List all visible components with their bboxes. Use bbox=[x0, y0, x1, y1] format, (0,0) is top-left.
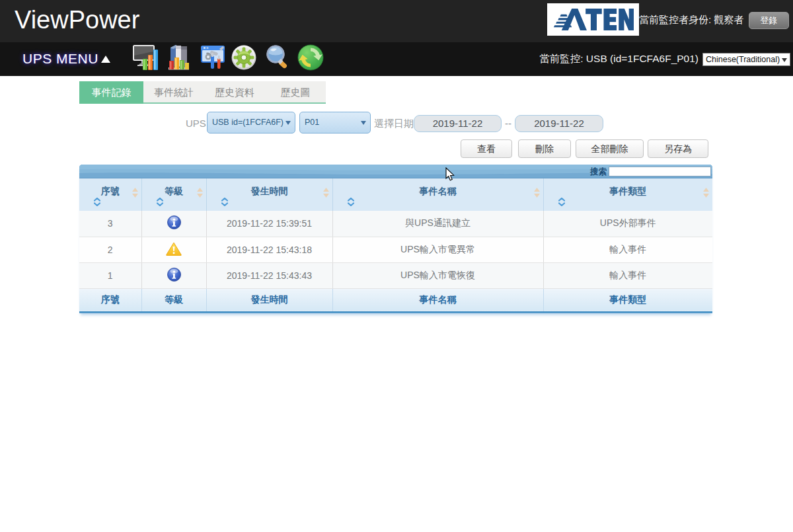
event-no: 3 bbox=[79, 211, 141, 237]
tab-history-chart[interactable]: 歷史圖 bbox=[265, 81, 326, 104]
column-header-4[interactable]: 事件名稱 bbox=[332, 178, 543, 211]
column-header-5[interactable]: 事件類型 bbox=[543, 178, 712, 211]
table-footer: 序號等級發生時間事件名稱事件類型 bbox=[79, 288, 712, 312]
port-select-value: P01 bbox=[305, 118, 319, 127]
column-filter-sort-icon[interactable] bbox=[157, 198, 163, 206]
event-type: UPS外部事件 bbox=[543, 211, 712, 237]
top-bar: ViewPower 當前監控者身份: 觀察者 登錄 bbox=[0, 0, 793, 42]
footer-column-4: 事件名稱 bbox=[332, 288, 543, 312]
date-to-input[interactable]: 2019-11-22 bbox=[515, 115, 603, 132]
column-header-2[interactable]: 等級 bbox=[141, 178, 206, 211]
column-header-label: 發生時間 bbox=[251, 186, 288, 196]
event-row-1[interactable]: 12019-11-22 15:43:43UPS輸入市電恢復輸入事件 bbox=[79, 262, 712, 288]
search-input[interactable] bbox=[609, 167, 711, 176]
event-level bbox=[141, 237, 206, 262]
column-header-label: 序號 bbox=[101, 186, 120, 196]
table-header: 序號等級發生時間事件名稱事件類型 bbox=[79, 178, 712, 211]
ups-menu-label: UPS MENU bbox=[22, 51, 98, 67]
select-arrow-icon bbox=[782, 58, 787, 62]
ups-select[interactable]: USB id=(1FCFA6F) bbox=[207, 112, 295, 133]
port-select[interactable]: P01 bbox=[299, 112, 371, 133]
table-title-bar: 搜索 bbox=[79, 165, 712, 178]
monitor-identity-label: 當前監控者身份: 觀察者 bbox=[639, 0, 743, 42]
date-from-input[interactable]: 2019-11-22 bbox=[414, 115, 502, 132]
delete-all-button[interactable]: 全部刪除 bbox=[576, 139, 644, 158]
select-arrow-icon bbox=[285, 121, 291, 125]
aten-logo bbox=[547, 3, 639, 36]
gear-icon[interactable] bbox=[231, 45, 256, 70]
view-button[interactable]: 查看 bbox=[461, 139, 512, 158]
language-select[interactable]: Chinese(Traditional) bbox=[702, 53, 790, 66]
settings-tools-icon[interactable] bbox=[200, 44, 226, 71]
event-type: 輸入事件 bbox=[543, 262, 712, 288]
select-arrow-icon bbox=[361, 121, 366, 125]
column-filter-sort-icon[interactable] bbox=[221, 198, 228, 206]
event-time: 2019-11-22 15:39:51 bbox=[206, 211, 332, 237]
column-sort-icon bbox=[197, 188, 203, 198]
event-level bbox=[141, 211, 206, 237]
footer-column-1: 序號 bbox=[79, 288, 141, 312]
monitor-status-icon[interactable] bbox=[132, 44, 159, 71]
ups-label: UPS bbox=[186, 118, 206, 129]
tab-history-data[interactable]: 歷史資料 bbox=[204, 81, 265, 104]
column-sort-icon bbox=[132, 188, 138, 198]
warning-level-icon bbox=[166, 242, 182, 256]
event-name: UPS輸入市電恢復 bbox=[332, 262, 543, 288]
app-title: ViewPower bbox=[15, 6, 139, 34]
tab-event-statistics[interactable]: 事件統計 bbox=[143, 81, 204, 104]
tab-event-log[interactable]: 事件記錄 bbox=[79, 81, 143, 104]
event-no: 1 bbox=[79, 262, 141, 288]
search-label: 搜索 bbox=[590, 167, 607, 178]
save-as-button[interactable]: 另存為 bbox=[648, 139, 708, 158]
column-sort-icon bbox=[323, 188, 329, 198]
column-sort-icon bbox=[534, 188, 540, 198]
column-filter-sort-icon[interactable] bbox=[558, 198, 565, 206]
column-sort-icon bbox=[703, 188, 709, 198]
ups-menu-button[interactable]: UPS MENU bbox=[22, 51, 110, 67]
event-level bbox=[141, 262, 206, 288]
info-level-icon bbox=[167, 215, 181, 229]
tab-strip: 事件記錄 事件統計 歷史資料 歷史圖 bbox=[79, 81, 326, 104]
info-level-icon bbox=[167, 268, 181, 282]
date-separator: -- bbox=[505, 118, 511, 129]
menu-collapse-triangle-icon bbox=[101, 56, 110, 63]
event-type: 輸入事件 bbox=[543, 237, 712, 262]
mouse-cursor bbox=[445, 167, 456, 182]
event-name: UPS輸入市電異常 bbox=[332, 237, 543, 262]
aten-logo-icon bbox=[553, 8, 634, 31]
viewpower-page: ViewPower 當前監控者身份: 觀察者 登錄 UPS MENU bbox=[0, 0, 793, 532]
refresh-icon[interactable] bbox=[297, 44, 324, 71]
column-filter-sort-icon[interactable] bbox=[348, 198, 354, 206]
event-time: 2019-11-22 15:43:43 bbox=[206, 262, 332, 288]
ups-select-value: USB id=(1FCFA6F) bbox=[212, 118, 283, 127]
footer-column-2: 等級 bbox=[141, 288, 206, 312]
event-no: 2 bbox=[79, 237, 141, 262]
event-row-3[interactable]: 32019-11-22 15:39:51與UPS通訊建立UPS外部事件 bbox=[79, 211, 712, 237]
magnifier-icon[interactable] bbox=[264, 44, 291, 71]
footer-column-5: 事件類型 bbox=[543, 288, 712, 312]
event-log-icon[interactable] bbox=[167, 44, 190, 71]
login-button[interactable]: 登錄 bbox=[749, 12, 789, 29]
date-label: 選擇日期 bbox=[374, 118, 414, 130]
language-select-value: Chinese(Traditional) bbox=[706, 55, 780, 64]
delete-button[interactable]: 刪除 bbox=[518, 139, 571, 158]
column-header-1[interactable]: 序號 bbox=[79, 178, 141, 211]
column-header-3[interactable]: 發生時間 bbox=[206, 178, 332, 211]
current-monitor-label: 當前監控: USB (id=1FCFA6F_P01) bbox=[539, 52, 699, 66]
event-table: 搜索 序號等級發生時間事件名稱事件類型 32019-11-22 15:39:51… bbox=[79, 165, 712, 313]
column-header-label: 事件名稱 bbox=[420, 186, 457, 196]
footer-column-3: 發生時間 bbox=[206, 288, 332, 312]
menu-bar: UPS MENU bbox=[0, 42, 793, 76]
column-header-label: 事件類型 bbox=[609, 186, 646, 196]
column-header-label: 等級 bbox=[165, 186, 183, 196]
event-name: 與UPS通訊建立 bbox=[332, 211, 543, 237]
column-filter-sort-icon[interactable] bbox=[94, 198, 100, 206]
event-row-2[interactable]: 22019-11-22 15:43:18UPS輸入市電異常輸入事件 bbox=[79, 237, 712, 262]
event-time: 2019-11-22 15:43:18 bbox=[206, 237, 332, 262]
